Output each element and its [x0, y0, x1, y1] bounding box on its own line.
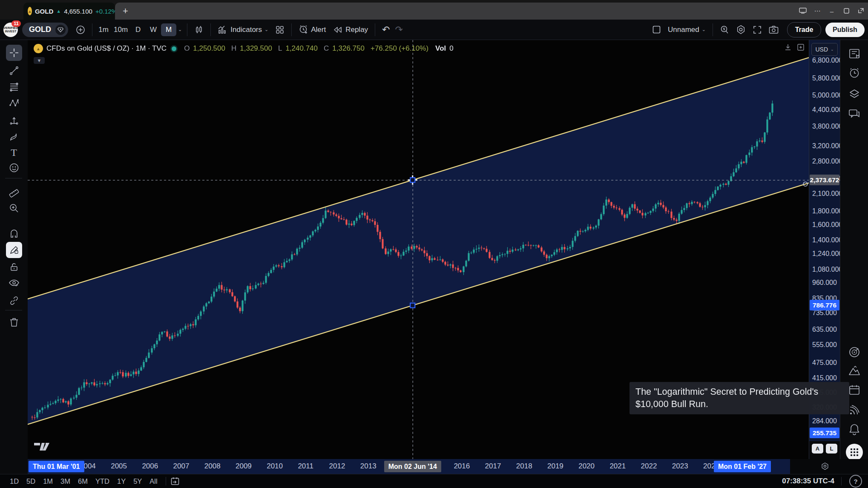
fib-retracement-tool-icon[interactable]	[6, 79, 22, 95]
pane-maximize-icon[interactable]	[797, 43, 805, 51]
market-status-icon[interactable]	[172, 46, 176, 51]
year-label: 2010	[267, 462, 283, 471]
user-avatar[interactable]: VERIFIEDINVEST 11	[3, 23, 18, 37]
projection-tool-icon[interactable]	[6, 112, 22, 129]
alerts-icon[interactable]	[848, 67, 860, 79]
range-5d[interactable]: 5D	[23, 477, 39, 485]
minimize-icon[interactable]: –	[825, 8, 839, 15]
chart-style-button[interactable]	[191, 23, 207, 37]
popout-icon[interactable]	[854, 8, 868, 15]
save-layout-icon[interactable]	[649, 23, 664, 37]
axis-settings-gear-icon[interactable]	[821, 462, 829, 471]
add-symbol-button[interactable]	[72, 23, 89, 37]
redo-icon[interactable]: ↷	[394, 24, 405, 35]
alert-button[interactable]: Alert	[295, 23, 329, 37]
more-icon[interactable]: ⋯	[810, 7, 825, 15]
go-to-date-icon[interactable]	[170, 477, 180, 486]
interval-W[interactable]: W	[146, 23, 161, 36]
help-button[interactable]: ?	[849, 475, 862, 488]
interval-D[interactable]: D	[130, 23, 146, 36]
tab-strip: + ⋯ –	[115, 3, 868, 20]
notifications-bell-icon[interactable]	[848, 423, 860, 436]
cast-icon[interactable]	[796, 8, 810, 15]
streams-icon[interactable]	[848, 405, 861, 416]
object-tree-icon[interactable]	[848, 88, 861, 100]
crosshair-price-label: 2,373.672	[810, 175, 839, 185]
low-value: 1,240.740	[285, 44, 318, 53]
remove-drawings-tool-icon[interactable]	[6, 314, 22, 330]
replay-button[interactable]: Replay	[329, 23, 371, 37]
calendar-icon[interactable]	[848, 384, 860, 396]
emoji-tool-icon[interactable]	[6, 160, 22, 176]
gold-symbol-icon: ▲	[34, 44, 43, 53]
range-5y[interactable]: 5Y	[129, 477, 146, 485]
interval-M[interactable]: M	[161, 23, 176, 36]
maximize-icon[interactable]	[839, 8, 854, 15]
volume-value: 0	[449, 44, 453, 53]
legend-title[interactable]: CFDs on Gold (US$ / OZ) · 1M · TVC	[46, 44, 167, 53]
browser-tab[interactable]: ▲ GOLD ▲ 4,655.100 +0.12% / Un ×	[23, 3, 115, 20]
layout-grid-button[interactable]	[272, 23, 288, 37]
range-6m[interactable]: 6M	[74, 477, 92, 485]
apps-grid-icon[interactable]	[846, 444, 863, 461]
tradingview-logo[interactable]	[33, 441, 50, 452]
pane-collapse-icon[interactable]	[784, 43, 792, 51]
time-axis[interactable]: 2004200520062007200820092010201120122013…	[28, 459, 868, 474]
xabcd-pattern-tool-icon[interactable]	[6, 95, 22, 111]
link-tool-icon[interactable]	[6, 293, 22, 309]
currency-selector[interactable]: USD⌄	[811, 43, 838, 56]
chat-icon[interactable]	[848, 108, 861, 120]
trend-line-tool-icon[interactable]	[6, 63, 22, 79]
auto-scale-button[interactable]: A	[812, 444, 823, 454]
chart-legend[interactable]: ▲ CFDs on Gold (US$ / OZ) · 1M · TVC O1,…	[34, 44, 454, 53]
year-label: 2012	[329, 462, 345, 471]
symbol-search[interactable]: GOLD	[22, 23, 68, 37]
divider	[713, 23, 713, 36]
brush-tool-icon[interactable]	[6, 129, 22, 145]
clock[interactable]: 07:38:35 UTC-4	[782, 477, 834, 485]
range-all[interactable]: All	[146, 477, 161, 485]
watchlist-icon[interactable]	[848, 48, 860, 60]
year-label: 2017	[485, 462, 501, 471]
video-caption-tooltip: The "Logarithmic" Secret to Predicting G…	[629, 382, 849, 414]
interval-chevron-icon[interactable]: ⌄	[176, 27, 184, 32]
range-3m[interactable]: 3M	[57, 477, 74, 485]
indicators-button[interactable]: Indicators ⌄	[214, 23, 272, 37]
indicators-label: Indicators	[230, 26, 262, 34]
alert-label: Alert	[311, 26, 326, 34]
year-label: 2005	[111, 462, 127, 471]
screener-icon[interactable]	[848, 346, 861, 359]
layout-name-button[interactable]: Unnamed ⌄	[664, 23, 709, 37]
magnet-tool-icon[interactable]	[6, 227, 22, 243]
range-1m[interactable]: 1M	[39, 477, 57, 485]
camera-icon[interactable]	[765, 23, 782, 37]
undo-icon[interactable]: ↶	[379, 24, 393, 35]
interval-1m[interactable]: 1m	[96, 23, 111, 36]
interval-10m[interactable]: 10m	[111, 23, 130, 36]
hide-drawings-tool-icon[interactable]	[6, 275, 22, 291]
year-label: 2008	[204, 462, 221, 471]
layout-name: Unnamed	[668, 26, 699, 34]
text-tool-icon[interactable]: T	[6, 144, 22, 161]
ruler-tool-icon[interactable]	[6, 184, 22, 200]
lock-all-tool-icon[interactable]	[6, 259, 22, 275]
new-tab-button[interactable]: +	[123, 6, 128, 17]
range-ytd[interactable]: YTD	[92, 477, 113, 485]
zoom-in-tool-icon[interactable]	[6, 200, 22, 216]
settings-gear-icon[interactable]	[733, 23, 749, 37]
year-label: 2020	[578, 462, 595, 471]
fullscreen-icon[interactable]	[749, 23, 765, 37]
high-label: H	[231, 44, 236, 53]
drawing-lock-tool-icon[interactable]	[6, 242, 22, 258]
price-tick: 635.000	[812, 326, 837, 333]
log-scale-button[interactable]: L	[826, 444, 837, 454]
trade-button[interactable]: Trade	[787, 22, 821, 37]
layout-chevron-icon: ⌄	[702, 27, 706, 32]
range-1d[interactable]: 1D	[6, 477, 23, 485]
range-1y[interactable]: 1Y	[113, 477, 129, 485]
publish-button[interactable]: Publish	[825, 23, 865, 37]
quick-search-icon[interactable]	[716, 23, 733, 37]
ideas-icon[interactable]	[848, 365, 861, 376]
legend-collapse-icon[interactable]: ▼	[34, 57, 45, 64]
crosshair-tool-icon[interactable]	[6, 45, 22, 61]
